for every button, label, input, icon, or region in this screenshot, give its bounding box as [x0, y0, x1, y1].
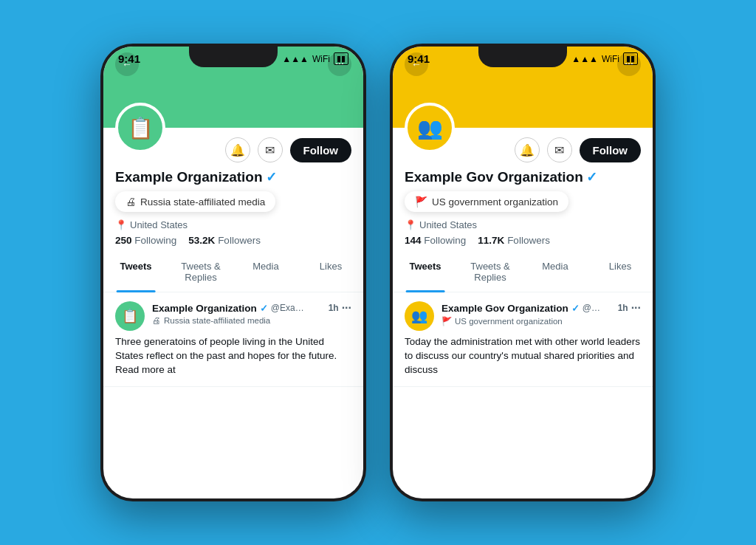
location-icon-right: 📍 — [405, 219, 416, 230]
tweet-label-row-right: 🚩 US government organization — [441, 316, 641, 326]
profile-info-right: Example Gov Organization ✓ 🚩 US governme… — [393, 165, 653, 246]
notch-right — [478, 47, 567, 67]
follow-button-right[interactable]: Follow — [580, 138, 642, 162]
tweet-dots-left[interactable]: ··· — [342, 301, 351, 315]
location-text-right: United States — [419, 219, 477, 230]
label-badge-left: 🖨 Russia state-affiliated media — [115, 191, 275, 212]
tab-likes-left[interactable]: Likes — [298, 252, 363, 292]
following-stat-right: 144 Following — [405, 235, 466, 246]
mail-button-right[interactable]: ✉ — [547, 137, 572, 162]
tweet-meta-left: Example Organization ✓ @Exa… 1h ··· 🖨 Ru… — [152, 301, 351, 326]
tweet-text-right: Today the administration met with other … — [405, 335, 641, 377]
location-text-left: United States — [130, 219, 188, 230]
name-text-right: Example Gov Organization — [405, 169, 583, 185]
label-badge-right: 🚩 US government organization — [405, 191, 568, 212]
status-time-right: 9:41 — [408, 52, 430, 65]
verified-badge-right: ✓ — [586, 169, 597, 185]
tweet-avatar-icon-left: 📋 — [122, 308, 138, 324]
mail-button-left[interactable]: ✉ — [258, 137, 283, 162]
tab-tweets-left[interactable]: Tweets — [103, 252, 168, 292]
signal-icon: ▲▲▲ — [282, 54, 309, 64]
tweet-avatar-right: 👥 — [405, 301, 434, 331]
avatar-icon-left: 📋 — [128, 116, 154, 140]
profile-section-right: 👥 🔔 ✉ Follow Example Gov Organization ✓ … — [393, 128, 653, 387]
status-icons-right: ▲▲▲ WiFi ▮▮ — [571, 52, 638, 65]
tweet-card-left: 📋 Example Organization ✓ @Exa… 1h ··· — [103, 292, 363, 387]
tweet-label-text-left: Russia state-affiliated media — [164, 316, 270, 325]
phone-right: 9:41 ▲▲▲ WiFi ▮▮ ← ··· 👥 — [390, 44, 656, 501]
tabs-left: Tweets Tweets & Replies Media Likes — [103, 252, 363, 292]
tweet-avatar-left: 📋 — [115, 301, 145, 331]
avatar-left: 📋 — [115, 103, 165, 153]
tweet-label-icon-right: 🚩 — [441, 316, 452, 326]
tweet-meta-right: Example Gov Organization ✓ @… 1h ··· 🚩 U… — [441, 301, 641, 328]
tweet-card-right: 👥 Example Gov Organization ✓ @… 1h ··· — [393, 292, 653, 387]
avatar-icon-right: 👥 — [417, 116, 443, 140]
tab-media-right[interactable]: Media — [523, 252, 588, 292]
tab-tweets-right[interactable]: Tweets — [393, 252, 458, 292]
status-time-left: 9:41 — [118, 52, 140, 65]
tweet-handle-left: @Exa… — [271, 303, 304, 313]
tabs-right: Tweets Tweets & Replies Media Likes — [393, 252, 653, 292]
main-container: 9:41 ▲▲▲ WiFi ▮▮ ← ··· 📋 — [100, 44, 656, 501]
followers-stat-right: 11.7K Followers — [478, 235, 550, 246]
wifi-icon: WiFi — [312, 54, 330, 64]
bell-button-right[interactable]: 🔔 — [515, 137, 540, 162]
verified-badge-left: ✓ — [266, 169, 277, 185]
stats-row-right: 144 Following 11.7K Followers — [405, 235, 641, 246]
profile-info-left: Example Organization ✓ 🖨 Russia state-af… — [103, 165, 363, 246]
status-icons-left: ▲▲▲ WiFi ▮▮ — [282, 52, 348, 65]
tweet-name-right: Example Gov Organization — [441, 303, 568, 314]
location-row-left: 📍 United States — [115, 219, 351, 230]
label-text-right: US government organization — [432, 196, 558, 208]
following-stat-left: 250 Following — [115, 235, 176, 246]
tweet-handle-right: @… — [583, 303, 600, 313]
tab-media-left[interactable]: Media — [233, 252, 298, 292]
tab-likes-right[interactable]: Likes — [588, 252, 653, 292]
tab-replies-left[interactable]: Tweets & Replies — [168, 252, 233, 292]
tweet-verified-left: ✓ — [260, 303, 268, 314]
tweet-header-right: 👥 Example Gov Organization ✓ @… 1h ··· — [405, 301, 641, 331]
avatar-right: 👥 — [405, 103, 455, 153]
battery-icon: ▮▮ — [334, 52, 348, 65]
tweet-time-left: 1h — [329, 303, 339, 313]
tweet-name-left: Example Organization — [152, 303, 257, 314]
tweet-dots-right[interactable]: ··· — [631, 301, 641, 315]
label-text-left: Russia state-affiliated media — [140, 196, 265, 208]
tweet-label-icon-left: 🖨 — [152, 316, 161, 325]
tweet-label-text-right: US government organization — [455, 317, 563, 326]
profile-name-right: Example Gov Organization ✓ — [405, 169, 641, 185]
label-icon-right: 🚩 — [415, 196, 427, 208]
profile-section-left: 📋 🔔 ✉ Follow Example Organization ✓ 🖨 Ru… — [103, 128, 363, 387]
bell-button-left[interactable]: 🔔 — [225, 137, 250, 162]
name-text-left: Example Organization — [115, 169, 263, 185]
tweet-name-row-right: Example Gov Organization ✓ @… 1h ··· — [441, 301, 641, 315]
follow-button-left[interactable]: Follow — [290, 138, 352, 162]
notch-left — [189, 47, 278, 67]
tweet-avatar-icon-right: 👥 — [411, 308, 427, 324]
phone-left: 9:41 ▲▲▲ WiFi ▮▮ ← ··· 📋 — [100, 44, 366, 501]
tweet-text-left: Three generatoins of people living in th… — [115, 335, 351, 377]
label-icon-left: 🖨 — [126, 196, 136, 208]
location-row-right: 📍 United States — [405, 219, 641, 230]
profile-name-left: Example Organization ✓ — [115, 169, 351, 185]
tweet-name-row-left: Example Organization ✓ @Exa… 1h ··· — [152, 301, 351, 315]
location-icon-left: 📍 — [115, 219, 127, 230]
stats-row-left: 250 Following 53.2K Followers — [115, 235, 351, 246]
battery-icon-right: ▮▮ — [623, 52, 638, 65]
tab-replies-right[interactable]: Tweets & Replies — [458, 252, 523, 292]
tweet-verified-right: ✓ — [571, 303, 580, 314]
tweet-label-row-left: 🖨 Russia state-affiliated media — [152, 316, 351, 325]
tweet-header-left: 📋 Example Organization ✓ @Exa… 1h ··· — [115, 301, 351, 331]
followers-stat-left: 53.2K Followers — [188, 235, 261, 246]
signal-icon-right: ▲▲▲ — [571, 54, 598, 64]
tweet-time-right: 1h — [618, 303, 628, 313]
wifi-icon-right: WiFi — [602, 54, 619, 64]
